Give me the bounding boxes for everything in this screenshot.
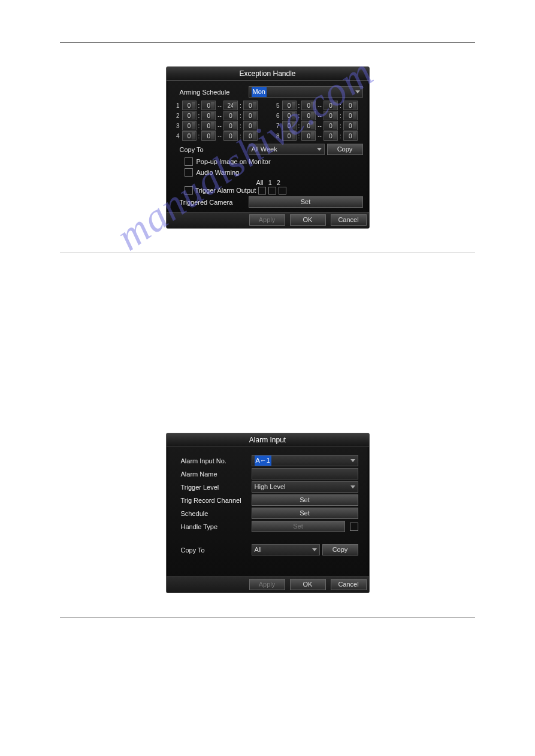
ok-button[interactable]: OK xyxy=(290,579,326,590)
schedule-label: Schedule xyxy=(181,510,252,517)
trigger-level-label: Trigger Level xyxy=(181,484,252,491)
min-start-spinner[interactable]: 0 xyxy=(301,121,316,130)
trig-record-label: Trig Record Channel xyxy=(181,497,252,504)
triggered-camera-label: Triggered Camera xyxy=(173,199,249,206)
trigger-1-checkbox[interactable] xyxy=(268,187,276,195)
schedule-row: 10:0--24:0 xyxy=(174,101,263,110)
min-start-spinner[interactable]: 0 xyxy=(201,121,216,130)
schedule-index: 6 xyxy=(274,113,280,119)
arming-schedule-label: Arming Schedule xyxy=(173,89,249,96)
audio-warning-label: Audio Warning xyxy=(197,169,240,176)
trigger-alarm-checkbox[interactable] xyxy=(185,186,193,195)
handle-type-checkbox[interactable] xyxy=(350,523,358,531)
hour-end-spinner[interactable]: 0 xyxy=(223,111,238,120)
min-start-spinner[interactable]: 0 xyxy=(301,131,316,141)
dialog-title: Alarm Input xyxy=(167,433,369,447)
hour-start-spinner[interactable]: 0 xyxy=(182,101,197,110)
alarm-input-dialog: Alarm Input Alarm Input No. A←1 Alarm Na… xyxy=(166,433,370,593)
schedule-row: 70:0--0:0 xyxy=(274,121,363,130)
arming-schedule-select[interactable]: Mon xyxy=(249,86,363,98)
chevron-down-icon xyxy=(312,548,317,551)
popup-image-checkbox[interactable] xyxy=(185,157,193,166)
min-end-spinner[interactable]: 0 xyxy=(243,131,258,141)
copy-button[interactable]: Copy xyxy=(322,544,358,555)
min-end-spinner[interactable]: 0 xyxy=(343,121,358,130)
hour-end-spinner[interactable]: 0 xyxy=(223,121,238,130)
min-end-spinner[interactable]: 0 xyxy=(243,111,258,120)
chevron-down-icon xyxy=(355,90,360,93)
trigger-level-select[interactable]: High Level xyxy=(252,481,358,493)
trigger-output-header: All 1 2 xyxy=(173,179,363,186)
copy-button[interactable]: Copy xyxy=(327,144,363,155)
hour-end-spinner[interactable]: 0 xyxy=(223,131,238,141)
hour-end-spinner[interactable]: 0 xyxy=(324,111,338,120)
handle-type-label: Handle Type xyxy=(181,523,252,530)
schedule-row: 60:0--0:0 xyxy=(274,111,363,120)
schedule-index: 7 xyxy=(274,123,280,129)
schedule-index: 5 xyxy=(274,102,280,109)
schedule-row: 30:0--0:0 xyxy=(174,121,263,130)
copy-to-label: Copy To xyxy=(173,146,249,153)
chevron-down-icon xyxy=(350,459,355,462)
alarm-name-input[interactable] xyxy=(252,468,358,479)
hour-end-spinner[interactable]: 0 xyxy=(324,131,338,141)
schedule-row: 40:0--0:0 xyxy=(174,131,263,141)
copy-to-select[interactable]: All xyxy=(252,544,320,555)
copy-to-select[interactable]: All Week xyxy=(249,144,325,155)
min-start-spinner[interactable]: 0 xyxy=(201,101,216,110)
chevron-down-icon xyxy=(350,485,355,488)
schedule-row: 50:0--0:0 xyxy=(274,101,363,110)
min-end-spinner[interactable]: 0 xyxy=(243,101,258,110)
min-end-spinner[interactable]: 0 xyxy=(343,101,358,110)
alarm-input-no-label: Alarm Input No. xyxy=(181,457,252,464)
popup-image-label: Pop-up Image on Monitor xyxy=(197,158,271,165)
schedule-index: 2 xyxy=(174,113,180,119)
ok-button[interactable]: OK xyxy=(290,214,326,226)
schedule-index: 4 xyxy=(174,133,180,139)
handle-type-set-button[interactable]: Set xyxy=(252,521,345,532)
chevron-down-icon xyxy=(317,148,322,151)
min-start-spinner[interactable]: 0 xyxy=(301,111,316,120)
trig-record-set-button[interactable]: Set xyxy=(252,494,358,506)
triggered-camera-set-button[interactable]: Set xyxy=(249,196,363,208)
schedule-index: 8 xyxy=(274,133,280,139)
schedule-set-button[interactable]: Set xyxy=(252,508,358,519)
min-start-spinner[interactable]: 0 xyxy=(201,131,216,141)
hour-start-spinner[interactable]: 0 xyxy=(182,121,197,130)
min-end-spinner[interactable]: 0 xyxy=(243,121,258,130)
schedule-grid: 10:0--24:020:0--0:030:0--0:040:0--0:0 50… xyxy=(173,100,363,141)
hour-end-spinner[interactable]: 0 xyxy=(324,121,338,130)
min-start-spinner[interactable]: 0 xyxy=(301,101,316,110)
hour-start-spinner[interactable]: 0 xyxy=(282,121,297,130)
schedule-index: 3 xyxy=(174,123,180,129)
dialog-title: Exception Handle xyxy=(167,67,369,81)
apply-button[interactable]: Apply xyxy=(249,579,285,590)
trigger-all-checkbox[interactable] xyxy=(258,187,266,195)
trigger-alarm-label: Trigger Alarm Output xyxy=(195,187,256,194)
hour-end-spinner[interactable]: 0 xyxy=(324,101,338,110)
schedule-index: 1 xyxy=(174,102,180,109)
cancel-button[interactable]: Cancel xyxy=(331,214,367,226)
copy-to-label: Copy To xyxy=(181,546,252,554)
hour-end-spinner[interactable]: 24 xyxy=(223,101,238,110)
hour-start-spinner[interactable]: 0 xyxy=(182,111,197,120)
apply-button[interactable]: Apply xyxy=(249,214,285,226)
schedule-row: 80:0--0:0 xyxy=(274,131,363,141)
min-start-spinner[interactable]: 0 xyxy=(201,111,216,120)
hour-start-spinner[interactable]: 0 xyxy=(282,131,297,141)
alarm-input-no-select[interactable]: A←1 xyxy=(252,455,358,466)
min-end-spinner[interactable]: 0 xyxy=(343,131,358,141)
trigger-2-checkbox[interactable] xyxy=(279,187,286,195)
exception-handle-dialog: Exception Handle Arming Schedule Mon 10:… xyxy=(166,66,370,229)
cancel-button[interactable]: Cancel xyxy=(331,579,367,590)
alarm-name-label: Alarm Name xyxy=(181,470,252,478)
hour-start-spinner[interactable]: 0 xyxy=(282,111,297,120)
audio-warning-checkbox[interactable] xyxy=(185,168,193,177)
schedule-row: 20:0--0:0 xyxy=(174,111,263,120)
min-end-spinner[interactable]: 0 xyxy=(343,111,358,120)
hour-start-spinner[interactable]: 0 xyxy=(282,101,297,110)
hour-start-spinner[interactable]: 0 xyxy=(182,131,197,141)
